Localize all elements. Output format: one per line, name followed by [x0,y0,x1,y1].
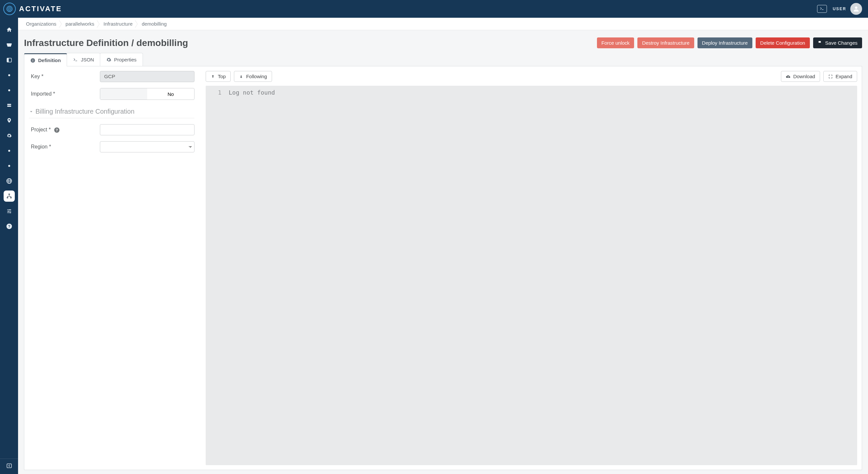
expand-icon [828,74,833,79]
main-content: Organizations parallelworks Infrastructu… [18,18,868,474]
sidebar-collapse[interactable] [0,459,18,474]
sidebar-dot-4[interactable] [4,160,15,171]
terminal-button[interactable] [817,5,827,13]
log-line: 1 Log not found [206,89,857,96]
section-billing-config-label: Billing Infrastructure Configuration [35,108,134,115]
sidebar-storage[interactable] [4,100,15,111]
svg-point-15 [9,209,10,210]
region-select[interactable] [100,141,194,152]
sidebar-panel[interactable] [4,55,15,66]
brand-name: ACTIVATE [19,5,62,13]
user-avatar[interactable] [850,3,862,15]
destroy-infrastructure-button[interactable]: Destroy Infrastructure [638,37,694,48]
page-title: Infrastructure Definition / demobilling [24,38,188,48]
imported-toggle[interactable]: No [100,88,194,100]
log-view[interactable]: 1 Log not found [206,86,857,465]
sidebar-inbox[interactable] [4,39,15,51]
imported-toggle-yes[interactable] [100,88,147,99]
svg-rect-14 [10,197,12,198]
log-download-label: Download [793,73,815,79]
sidebar-location[interactable] [4,115,15,126]
log-top-label: Top [218,73,226,79]
tab-json-label: JSON [81,57,94,62]
sidebar-dot-2[interactable] [4,85,15,96]
prompt-icon [73,57,78,62]
svg-rect-22 [33,60,33,61]
imported-toggle-no[interactable]: No [147,88,194,99]
sidebar-dot-3[interactable] [4,145,15,156]
svg-point-17 [10,212,11,213]
cloud-download-icon [786,74,790,79]
key-input[interactable] [100,71,194,82]
tab-properties[interactable]: Properties [100,53,143,66]
log-top-button[interactable]: Top [206,71,230,82]
user-label: USER [833,7,846,11]
region-label: Region * [31,144,100,150]
flag-icon [818,40,823,45]
tab-row: Definition JSON Properties [24,53,862,66]
sidebar: ? [0,18,18,474]
log-line-number: 1 [206,89,229,96]
sidebar-dot-1[interactable] [4,70,15,81]
project-label-text: Project * [31,127,51,132]
svg-text:?: ? [8,224,10,228]
project-label: Project * ? [31,127,100,133]
arrow-down-icon [239,74,243,79]
tab-properties-label: Properties [114,57,136,62]
sidebar-sitemap[interactable] [4,191,15,202]
force-unlock-button[interactable]: Force unlock [597,37,634,48]
tab-panel: Key * Imported * No [24,66,862,470]
sidebar-sliders[interactable] [4,206,15,217]
crumb-organizations[interactable]: Organizations [24,20,60,28]
save-changes-button[interactable]: Save Changes [813,37,862,48]
sidebar-globe[interactable] [4,176,15,187]
log-download-button[interactable]: Download [781,71,820,82]
svg-rect-8 [7,106,11,107]
tab-definition[interactable]: Definition [24,53,67,66]
form-column: Key * Imported * No [29,71,196,465]
project-input[interactable] [100,124,194,135]
top-header: ACTIVATE USER [0,0,868,18]
section-billing-config[interactable]: Billing Infrastructure Configuration [29,106,194,118]
svg-rect-6 [7,58,8,62]
crumb-parallelworks[interactable]: parallelworks [60,20,98,28]
svg-point-2 [9,8,10,9]
gear-icon [106,57,112,62]
info-icon [30,58,35,63]
breadcrumb: Organizations parallelworks Infrastructu… [18,18,868,30]
imported-label: Imported * [31,91,100,97]
tab-json[interactable]: JSON [67,53,100,66]
project-help-icon[interactable]: ? [54,127,59,133]
brand-logo-icon [3,3,16,15]
svg-rect-7 [7,104,11,105]
log-expand-button[interactable]: Expand [823,71,857,82]
log-following-label: Following [246,73,267,79]
log-expand-label: Expand [835,73,852,79]
sidebar-gear-small[interactable] [4,130,15,141]
deploy-infrastructure-button[interactable]: Deploy Infrastructure [698,37,752,48]
svg-rect-20 [7,464,11,468]
sidebar-home[interactable] [4,24,15,35]
chevron-down-icon [29,109,33,114]
svg-rect-12 [8,194,10,195]
log-column: Top Following Download [206,71,857,465]
crumb-demobilling[interactable]: demobilling [136,20,170,28]
brand: ACTIVATE [3,3,62,15]
tab-definition-label: Definition [38,58,61,63]
delete-configuration-button[interactable]: Delete Configuration [756,37,810,48]
crumb-infrastructure[interactable]: Infrastructure [98,20,136,28]
key-label: Key * [31,73,100,80]
arrow-up-icon [211,74,215,79]
svg-point-4 [855,7,857,9]
svg-rect-13 [7,197,8,198]
save-changes-label: Save Changes [825,40,858,46]
sidebar-help[interactable]: ? [4,221,15,232]
log-line-text: Log not found [229,89,857,96]
log-following-button[interactable]: Following [234,71,272,82]
svg-point-16 [8,211,9,212]
